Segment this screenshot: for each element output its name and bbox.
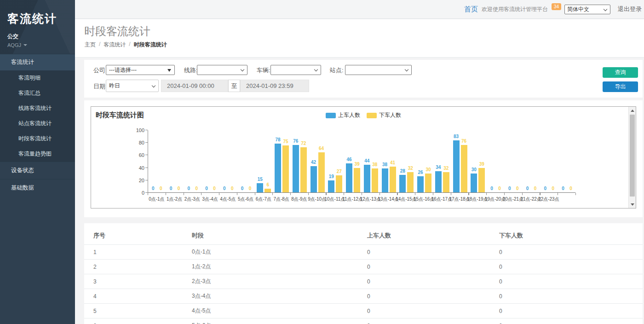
bar-上车人数[interactable]: 19 [328,180,334,192]
sidebar-subitem-客流汇总[interactable]: 客流汇总 [0,86,75,101]
sidebar-item-passenger-stats[interactable]: 客流统计 [0,54,75,70]
date-preset-value: 昨日 [109,82,120,90]
table-cell: 0 [499,245,643,260]
bar-下车人数[interactable]: 72 [300,147,307,192]
bar-上车人数[interactable]: 42 [310,166,317,192]
table-row: 43点-4点00 [84,289,643,304]
user-dropdown[interactable]: AQGJ [7,42,75,48]
date-from-input[interactable]: 2024-01-09 00:00 [161,80,228,92]
bar-下车人数[interactable]: 41 [390,167,396,192]
bar-下车人数[interactable]: 76 [461,145,467,192]
bar-group-15点-16点: 2630 [415,130,433,192]
bar-group-16点-17点: 3432 [433,130,451,192]
breadcrumb-item[interactable]: 客流统计 [104,41,126,49]
bar-value-label: 0 [223,186,226,191]
vehicle-label: 车辆: [257,66,270,75]
bar-value-label: 28 [400,168,405,174]
scrollbar-thumb[interactable] [630,115,635,197]
home-link[interactable]: 首页 [464,5,478,14]
bar-上车人数[interactable]: 78 [275,144,281,192]
bar-value-label: 0 [562,186,564,191]
x-axis-labels: 0点-1点1点-2点2点-3点3点-4点4点-5点5点-6点6点-7点7点-8点… [148,196,575,202]
bar-上车人数[interactable]: 30 [471,174,477,192]
bar-上车人数[interactable]: 38 [382,168,388,192]
bar-value-label: 76 [461,139,466,144]
sidebar-subitem-线路客流统计[interactable]: 线路客流统计 [0,101,75,116]
scroll-up-arrow-icon[interactable] [629,107,636,114]
chevron-down-icon [405,68,408,71]
company-select[interactable]: ---请选择--- [106,65,175,75]
bar-group-10点-11点: 1927 [327,130,345,192]
date-to-input[interactable]: 2024-01-09 23:59 [240,80,309,92]
sidebar-subitem-客流明细[interactable]: 客流明细 [0,70,75,86]
breadcrumb-item[interactable]: 主页 [85,41,96,49]
bar-value-label: 6 [267,182,270,187]
chart-scrollbar[interactable] [628,107,636,208]
bar-下车人数[interactable]: 6 [264,189,271,192]
bar-下车人数[interactable]: 39 [354,168,360,192]
table-cell: 6 [84,318,192,324]
bar-value-label: 19 [329,174,334,179]
bar-value-label: 0 [231,186,234,191]
bar-上车人数[interactable]: 44 [364,165,370,192]
bar-下车人数[interactable]: 75 [282,145,289,192]
notification-badge[interactable]: 34 [552,3,561,10]
sidebar-subitem-站点客流统计[interactable]: 站点客流统计 [0,116,75,131]
table-cell: 0 [367,245,499,260]
table-cell: 2点-3点 [192,274,367,289]
export-button[interactable]: 导出 [603,81,638,92]
bar-上车人数[interactable]: 46 [346,163,352,192]
chevron-down-icon [152,84,155,87]
table-cell: 3点-4点 [192,289,367,304]
bar-value-label: 0 [188,186,190,191]
query-button[interactable]: 查询 [603,67,638,78]
bar-group-18点-19点: 3039 [469,130,487,192]
date-to-label: 至 [228,80,240,92]
bar-value-label: 41 [390,160,395,165]
scroll-down-arrow-icon[interactable] [629,201,636,208]
y-tick-label: 80 [130,140,144,145]
bar-value-label: 39 [479,162,484,167]
page-title: 时段客流统计 [84,24,150,39]
date-preset-select[interactable]: 昨日 [106,80,159,92]
sidebar-item-设备状态[interactable]: 设备状态 [0,162,75,179]
table-cell: 0 [499,318,643,324]
sidebar-item-基础数据[interactable]: 基础数据 [0,179,75,197]
sidebar-subitem-时段客流统计[interactable]: 时段客流统计 [0,131,75,146]
table-cell: 5 [84,304,192,318]
logout-link[interactable]: 退出登录 [618,5,642,13]
bar-group-23点-24点: 00 [558,130,576,192]
bar-上车人数[interactable]: 34 [435,171,442,192]
breadcrumb-separator: / [129,41,130,49]
bar-下车人数[interactable]: 30 [425,174,431,192]
bar-group-9点-10点: 4264 [309,130,327,192]
bar-上车人数[interactable]: 83 [453,140,460,192]
sidebar-menu: 客流统计 客流明细客流汇总线路客流统计站点客流统计时段客流统计客流量趋势图 设备… [0,54,75,197]
sidebar-subitem-客流量趋势图[interactable]: 客流量趋势图 [0,146,75,162]
bar-下车人数[interactable]: 32 [443,172,449,192]
line-select[interactable] [197,65,247,75]
bar-value-label: 0 [544,186,547,191]
bar-下车人数[interactable]: 32 [407,172,414,192]
bar-上车人数[interactable]: 28 [399,175,406,192]
bar-上车人数[interactable]: 76 [293,145,299,192]
station-select[interactable] [345,65,412,75]
bar-value-label: 0 [249,186,252,191]
bar-下车人数[interactable]: 39 [478,168,485,192]
bar-value-label: 26 [418,170,423,175]
x-axis-label: 7点-8点 [273,196,289,202]
y-tick-label: 100 [130,127,144,133]
chevron-down-icon [241,68,244,71]
bar-上车人数[interactable]: 15 [257,183,263,192]
vehicle-select[interactable] [270,65,321,75]
legend-label: 上车人数 [338,111,360,119]
bar-下车人数[interactable]: 38 [372,168,378,192]
legend-item-上车人数[interactable]: 上车人数 [326,111,360,119]
legend-item-下车人数[interactable]: 下车人数 [367,111,401,119]
bar-下车人数[interactable]: 64 [318,152,325,192]
bar-下车人数[interactable]: 27 [336,175,342,192]
bar-value-label: 0 [526,186,529,191]
bar-上车人数[interactable]: 26 [417,176,424,192]
language-select[interactable]: 简体中文 [564,5,610,14]
bar-group-11点-12点: 4639 [344,130,362,192]
